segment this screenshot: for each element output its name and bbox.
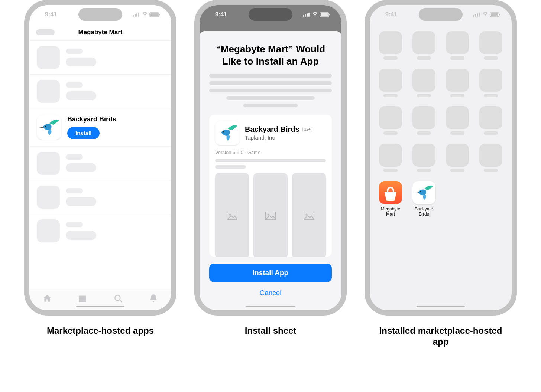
text-placeholder bbox=[66, 188, 83, 193]
app-icon-placeholder bbox=[37, 186, 60, 209]
dynamic-island bbox=[249, 8, 292, 21]
developer-name: Tapland, Inc bbox=[245, 134, 312, 141]
home-screen-grid[interactable]: Megabyte Mart Backyard Birds bbox=[377, 31, 504, 217]
text-placeholder bbox=[66, 222, 83, 227]
app-slot-placeholder[interactable] bbox=[444, 69, 471, 97]
app-slot-placeholder[interactable] bbox=[411, 31, 437, 60]
install-app-button[interactable]: Install App bbox=[209, 264, 332, 282]
app-icon-placeholder bbox=[37, 152, 60, 175]
phone-marketplace: 9:41 Megabyte Mart bbox=[24, 0, 176, 316]
app-list[interactable]: Backyard Birds Install bbox=[29, 41, 171, 290]
phone-install-sheet: 9:41 “Megabyte Mart” Would Like to Insta… bbox=[194, 0, 347, 316]
status-time: 9:41 bbox=[385, 11, 397, 18]
home-indicator[interactable] bbox=[417, 306, 465, 307]
dynamic-island bbox=[78, 8, 122, 21]
backyard-birds-app-icon bbox=[37, 115, 61, 140]
dynamic-island bbox=[419, 8, 463, 21]
button-placeholder bbox=[66, 231, 96, 240]
svg-point-17 bbox=[115, 295, 120, 300]
home-indicator[interactable] bbox=[76, 306, 124, 307]
app-slot-placeholder[interactable] bbox=[411, 144, 437, 172]
text-placeholder bbox=[215, 159, 326, 162]
status-time: 9:41 bbox=[45, 11, 57, 18]
home-tab-icon[interactable] bbox=[42, 294, 52, 305]
caption-install-sheet: Install sheet bbox=[245, 325, 297, 336]
search-tab-icon[interactable] bbox=[113, 294, 123, 305]
app-slot-placeholder[interactable] bbox=[377, 69, 404, 97]
button-placeholder bbox=[66, 197, 96, 206]
app-slot-placeholder[interactable] bbox=[477, 106, 504, 135]
caption-installed: Installed marketplace-hosted app bbox=[370, 325, 511, 347]
install-button[interactable]: Install bbox=[67, 127, 100, 139]
app-slot-placeholder[interactable] bbox=[411, 106, 437, 135]
version-category: Version 5.5.0 · Game bbox=[215, 150, 326, 155]
text-placeholder bbox=[215, 165, 246, 169]
notifications-tab-icon[interactable] bbox=[149, 294, 158, 305]
age-rating-badge: 12+ bbox=[302, 127, 312, 132]
app-icon-placeholder bbox=[37, 219, 60, 242]
screenshot-placeholder[interactable] bbox=[253, 173, 287, 257]
app-icon-placeholder bbox=[37, 46, 60, 69]
app-slot-placeholder[interactable] bbox=[411, 69, 437, 97]
screenshot-row[interactable] bbox=[215, 173, 326, 257]
text-placeholder bbox=[66, 154, 83, 160]
status-icons bbox=[133, 12, 160, 17]
back-placeholder[interactable] bbox=[36, 29, 55, 35]
list-item[interactable] bbox=[29, 41, 171, 75]
megabyte-mart-app-icon bbox=[379, 181, 402, 204]
app-slot-placeholder[interactable] bbox=[444, 106, 471, 135]
app-slot-placeholder[interactable] bbox=[477, 31, 504, 60]
phone-home-screen: 9:41 bbox=[365, 0, 517, 316]
list-item[interactable] bbox=[29, 75, 171, 108]
app-icon-placeholder bbox=[37, 80, 60, 103]
button-placeholder bbox=[66, 163, 96, 172]
backyard-birds-app-icon bbox=[215, 121, 240, 145]
app-slot-placeholder[interactable] bbox=[377, 144, 404, 172]
list-item[interactable] bbox=[29, 180, 171, 214]
screenshot-placeholder[interactable] bbox=[292, 173, 326, 257]
app-slot-placeholder[interactable] bbox=[377, 31, 404, 60]
featured-app-name: Backyard Birds bbox=[67, 115, 116, 123]
app-slot-placeholder[interactable] bbox=[444, 144, 471, 172]
backyard-birds-app-icon bbox=[412, 181, 435, 204]
app-info-card: Backyard Birds 12+ Tapland, Inc Version … bbox=[209, 115, 332, 257]
app-slot-placeholder[interactable] bbox=[477, 69, 504, 97]
screenshot-placeholder[interactable] bbox=[215, 173, 249, 257]
list-item[interactable] bbox=[29, 147, 171, 180]
status-icons bbox=[473, 12, 500, 17]
description-placeholder bbox=[209, 74, 332, 107]
app-slot-placeholder[interactable] bbox=[477, 144, 504, 172]
app-label: Megabyte Mart bbox=[377, 206, 404, 217]
status-icons bbox=[303, 12, 330, 17]
list-item[interactable] bbox=[29, 214, 171, 248]
app-megabyte-mart[interactable]: Megabyte Mart bbox=[377, 181, 404, 217]
sheet-title: “Megabyte Mart” Would Like to Install an… bbox=[209, 43, 332, 67]
text-placeholder bbox=[66, 49, 83, 54]
cancel-button[interactable]: Cancel bbox=[209, 287, 332, 299]
nav-title: Megabyte Mart bbox=[78, 29, 122, 36]
app-slot-placeholder[interactable] bbox=[444, 31, 471, 60]
status-time: 9:41 bbox=[215, 11, 227, 18]
svg-line-18 bbox=[120, 300, 122, 302]
caption-marketplace: Marketplace-hosted apps bbox=[47, 325, 154, 336]
button-placeholder bbox=[66, 91, 96, 100]
app-name: Backyard Birds bbox=[245, 125, 299, 134]
app-backyard-birds[interactable]: Backyard Birds bbox=[411, 181, 437, 217]
nav-bar: Megabyte Mart bbox=[29, 24, 171, 41]
categories-tab-icon[interactable] bbox=[78, 294, 87, 305]
home-indicator[interactable] bbox=[246, 306, 295, 307]
app-slot-placeholder[interactable] bbox=[377, 106, 404, 135]
button-placeholder bbox=[66, 58, 96, 66]
app-label: Backyard Birds bbox=[411, 206, 437, 217]
install-sheet: “Megabyte Mart” Would Like to Install an… bbox=[200, 31, 341, 310]
featured-app-row[interactable]: Backyard Birds Install bbox=[29, 108, 171, 147]
text-placeholder bbox=[66, 82, 83, 88]
